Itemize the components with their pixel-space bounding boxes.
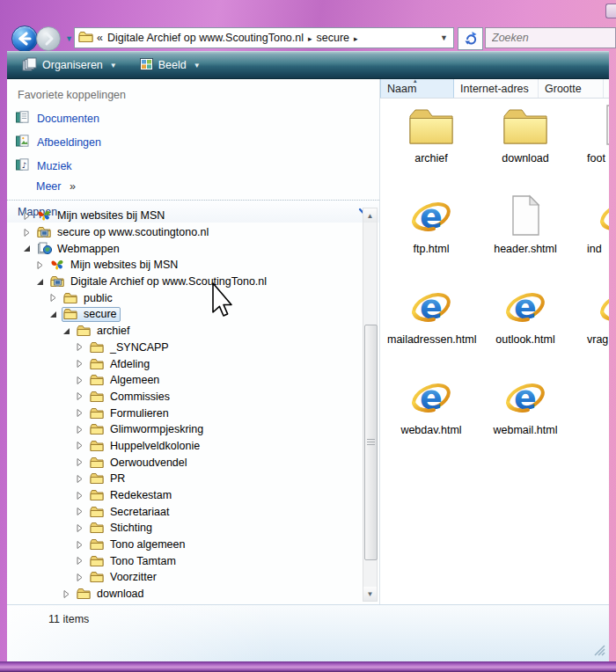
expand-twisty-icon[interactable]	[23, 211, 32, 220]
breadcrumb-item-digitale-archief-op-www-scoutingtono-nl[interactable]: Digitale Archief op www.ScoutingTono.nl	[105, 32, 306, 44]
file-item-vrag[interactable]: evrag	[576, 283, 609, 346]
address-bar[interactable]: « Digitale Archief op www.ScoutingTono.n…	[74, 27, 454, 48]
favorite-link-documenten[interactable]: Documenten	[7, 106, 379, 130]
expand-twisty-icon[interactable]	[62, 589, 71, 598]
tree-item-formulieren[interactable]: Formulieren	[7, 405, 363, 421]
msn-icon	[50, 259, 65, 272]
scrollbar-thumb[interactable]	[364, 325, 378, 560]
file-item-download[interactable]: download	[481, 102, 569, 164]
breadcrumb-item-secure[interactable]: secure	[314, 32, 353, 44]
folder-icon	[90, 390, 105, 403]
tree-item-download[interactable]: download	[7, 586, 363, 603]
tree-item-algemeen[interactable]: Algemeen	[7, 372, 363, 389]
favorite-link-afbeeldingen[interactable]: Afbeeldingen	[7, 130, 379, 154]
tree-item-syncapp[interactable]: _SYNCAPP	[7, 340, 363, 356]
tree-item-public[interactable]: public	[7, 289, 363, 306]
breadcrumb-separator-icon[interactable]: ▸	[306, 34, 314, 43]
expand-twisty-icon[interactable]	[76, 442, 84, 450]
folder-icon	[90, 423, 105, 436]
tree-item-secure-op-www-scoutingtono-nl[interactable]: secure op www.scoutingtono.nl	[7, 224, 363, 241]
breadcrumb-separator-icon[interactable]: ▸	[352, 34, 360, 43]
tree-item-tono-tamtam[interactable]: Tono Tamtam	[7, 552, 363, 569]
resize-grip[interactable]	[592, 643, 605, 659]
back-button[interactable]	[11, 26, 38, 52]
tree-item-archief[interactable]: archief	[7, 323, 363, 340]
tree-item-webmappen[interactable]: Webmappen	[7, 240, 363, 257]
collapse-twisty-icon[interactable]	[49, 310, 58, 318]
navigation-bar: ▼ « Digitale Archief op www.ScoutingTono…	[7, 25, 609, 51]
tree-item-huppelveldkolonie[interactable]: Huppelveldkolonie	[7, 438, 363, 455]
column-header-naam[interactable]: ▴Naam	[380, 79, 454, 98]
column-header-grootte[interactable]: Grootte	[539, 79, 604, 98]
organize-button[interactable]: Organiseren ▼	[14, 54, 125, 77]
tree-item-glimwormpjeskring[interactable]: Glimwormpjeskring	[7, 421, 363, 438]
expand-twisty-icon[interactable]	[76, 508, 84, 516]
favorite-link-muziek[interactable]: ♪Muziek	[7, 154, 379, 178]
tree-item-stichting[interactable]: Stichting	[7, 520, 363, 537]
favorites-more-link[interactable]: Meer »	[7, 178, 379, 194]
folder-icon	[90, 340, 105, 354]
file-item-webdav-html[interactable]: ewebdav.html	[387, 374, 475, 436]
scroll-down-icon[interactable]: ▼	[363, 587, 377, 601]
collapse-twisty-icon[interactable]	[36, 277, 45, 286]
address-dropdown-icon[interactable]: ▼	[440, 33, 450, 42]
window-control-partial[interactable]	[605, 4, 616, 18]
tree-item-voorzitter[interactable]: Voorzitter	[7, 569, 363, 586]
column-header-internet-adres[interactable]: Internet-adres	[454, 79, 539, 98]
expand-twisty-icon[interactable]	[76, 474, 84, 483]
history-dropdown-icon[interactable]: ▼	[65, 34, 73, 43]
expand-twisty-icon[interactable]	[36, 260, 45, 269]
sort-ascending-icon: ▴	[414, 77, 417, 84]
expand-twisty-icon[interactable]	[76, 360, 84, 369]
tree-item-digitale-archief-op-www-scoutingtono-nl[interactable]: Digitale Archief op www.ScoutingTono.nl	[7, 274, 363, 290]
item-count: 11 items	[48, 613, 89, 625]
ie-icon: e	[387, 193, 475, 237]
folder-icon	[63, 308, 78, 321]
breadcrumb-overflow[interactable]: «	[93, 32, 105, 44]
expand-twisty-icon[interactable]	[76, 343, 84, 352]
expand-twisty-icon[interactable]	[76, 491, 84, 500]
forward-button[interactable]	[36, 26, 61, 51]
file-item-ftp-html[interactable]: eftp.html	[387, 193, 475, 255]
tree-item-secretariaat[interactable]: Secretariaat	[7, 503, 363, 520]
tree-item-redekestam[interactable]: Redekestam	[7, 487, 363, 504]
collapse-twisty-icon[interactable]	[23, 245, 32, 253]
folder-icon	[90, 439, 105, 452]
expand-twisty-icon[interactable]	[76, 458, 84, 467]
scroll-up-icon[interactable]: ▲	[363, 208, 377, 223]
collapse-twisty-icon[interactable]	[62, 326, 71, 335]
expand-twisty-icon[interactable]	[76, 425, 84, 434]
expand-twisty-icon[interactable]	[76, 573, 84, 581]
tree-item-mijn-websites-bij-msn[interactable]: Mijn websites bij MSN	[7, 208, 363, 224]
tree-item-oerwoudvendel[interactable]: Oerwoudvendel	[7, 454, 363, 471]
expand-twisty-icon[interactable]	[76, 409, 84, 418]
expand-twisty-icon[interactable]	[49, 294, 58, 303]
refresh-button[interactable]	[458, 27, 483, 50]
expand-twisty-icon[interactable]	[76, 540, 84, 549]
folder-icon	[90, 554, 105, 567]
tree-item-commissies[interactable]: Commissies	[7, 389, 363, 405]
expand-twisty-icon[interactable]	[23, 228, 32, 237]
file-item-archief[interactable]: archief	[387, 102, 475, 164]
expand-twisty-icon[interactable]	[76, 557, 84, 566]
file-item-header-shtml[interactable]: header.shtml	[481, 193, 569, 255]
file-item-webmail-html[interactable]: ewebmail.html	[481, 374, 569, 436]
tree-item-tono-algemeen[interactable]: Tono algemeen	[7, 537, 363, 553]
search-input[interactable]	[486, 28, 615, 47]
expand-twisty-icon[interactable]	[76, 523, 84, 532]
file-item-mailadressen-html[interactable]: emailadressen.html	[387, 283, 475, 346]
tree-item-mijn-websites-bij-msn[interactable]: Mijn websites bij MSN	[7, 257, 363, 274]
tree-scrollbar[interactable]: ▲ ▼	[363, 208, 378, 602]
tree-item-secure[interactable]: secure	[7, 306, 363, 323]
folder-icon	[77, 325, 92, 338]
tree-item-pr[interactable]: PR	[7, 471, 363, 487]
file-item-outlook-html[interactable]: eoutlook.html	[481, 283, 569, 346]
expand-twisty-icon[interactable]	[76, 376, 84, 384]
refresh-icon	[464, 31, 478, 47]
expand-twisty-icon[interactable]	[76, 392, 84, 401]
views-button[interactable]: Beeld ▼	[132, 55, 209, 77]
file-item-ind[interactable]: eind	[576, 193, 609, 255]
tree-item-afdeling[interactable]: Afdeling	[7, 355, 363, 372]
favorites-title: Favoriete koppelingen	[7, 79, 379, 106]
file-item-foot[interactable]: foot	[576, 102, 609, 164]
